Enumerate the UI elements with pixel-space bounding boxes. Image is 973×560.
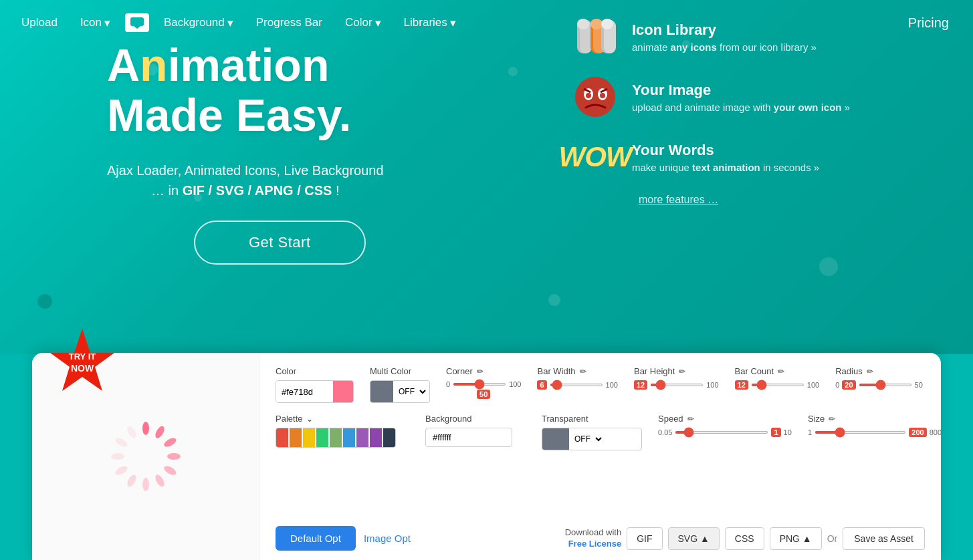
- bar-count-control: Bar Count ✏ 12 100: [735, 366, 820, 390]
- palette-color-4[interactable]: [316, 428, 328, 447]
- multi-color-select[interactable]: OFF ON: [393, 381, 428, 402]
- palette-color-6[interactable]: [343, 428, 355, 447]
- nav-upload[interactable]: Upload: [13, 11, 66, 35]
- svg-point-23: [153, 473, 166, 488]
- hero-subtitle: Ajax Loader, Animated Icons, Live Backgr…: [107, 160, 384, 200]
- hero-title: Animation Made Easy.: [107, 40, 351, 140]
- speed-slider[interactable]: [675, 431, 768, 434]
- corner-value: 50: [477, 390, 490, 399]
- css-button[interactable]: CSS: [725, 527, 764, 550]
- default-opt-button[interactable]: Default Opt: [276, 526, 356, 551]
- svg-point-13: [586, 93, 591, 98]
- feature-your-words: WOW Your Words make unique text animatio…: [572, 134, 920, 180]
- nav-progress-bar[interactable]: Progress Bar: [248, 11, 330, 35]
- chevron-down-icon: ▾: [450, 16, 456, 30]
- size-control: Size ✏ 1 200 800: [808, 414, 942, 437]
- try-badge[interactable]: TRY IT NOW: [45, 327, 119, 401]
- color-input[interactable]: [276, 381, 333, 402]
- nav-pricing[interactable]: Pricing: [897, 10, 960, 36]
- palette-color-2[interactable]: [290, 428, 302, 447]
- svg-point-26: [114, 464, 128, 477]
- your-words-icon: WOW: [572, 134, 619, 180]
- svg-point-10: [575, 77, 615, 117]
- size-edit-icon[interactable]: ✏: [829, 414, 835, 424]
- your-image-icon: [572, 74, 619, 120]
- bar-count-slider-wrapper: 12 100: [735, 380, 820, 390]
- bar-count-slider[interactable]: [751, 384, 804, 386]
- palette-color-5[interactable]: [330, 428, 342, 447]
- bar-height-slider[interactable]: [650, 384, 704, 386]
- feature-your-image-text: Your Image upload and animate image with…: [632, 82, 850, 113]
- bar-width-slider-wrapper: 6 100: [537, 380, 617, 390]
- transparent-wrapper[interactable]: OFF ON: [542, 428, 642, 450]
- multi-color-control: Multi Color OFF ON: [370, 366, 430, 403]
- multi-color-swatch: [370, 381, 393, 402]
- controls-row-1: Color Multi Color OFF ON: [276, 366, 925, 403]
- gif-button[interactable]: GIF: [627, 527, 662, 550]
- save-asset-button[interactable]: Save as Asset: [843, 527, 925, 550]
- background-label: Background: [425, 414, 526, 424]
- palette-edit-icon[interactable]: ⌄: [306, 414, 313, 424]
- palette-bar[interactable]: [276, 428, 396, 448]
- svg-point-19: [153, 424, 166, 439]
- image-opt-link[interactable]: Image Opt: [364, 533, 411, 544]
- get-start-button[interactable]: Get Start: [194, 221, 366, 265]
- radius-value: 20: [842, 380, 855, 390]
- palette-color-1[interactable]: [276, 428, 288, 447]
- nav-icon[interactable]: Icon ▾: [72, 11, 118, 35]
- color-control: Color: [276, 366, 354, 403]
- speed-value: 1: [771, 428, 780, 437]
- radius-label: Radius ✏: [835, 366, 923, 376]
- bar-count-edit-icon[interactable]: ✏: [778, 367, 784, 376]
- size-value: 200: [909, 428, 926, 437]
- bar-width-edit-icon[interactable]: ✏: [580, 367, 586, 376]
- radius-slider[interactable]: [859, 384, 912, 386]
- multi-color-wrapper[interactable]: OFF ON: [370, 380, 430, 403]
- speed-slider-wrapper: 0.05 1 10: [658, 428, 792, 437]
- nav-background[interactable]: Background ▾: [156, 11, 241, 35]
- or-label: Or: [827, 533, 838, 544]
- chevron-down-icon: ▾: [375, 16, 381, 30]
- palette-label: Palette ⌄: [276, 414, 409, 424]
- color-input-wrapper[interactable]: [276, 380, 354, 403]
- color-swatch[interactable]: [333, 381, 353, 402]
- svg-rect-0: [130, 17, 144, 26]
- size-slider-wrapper: 1 200 800: [808, 428, 942, 437]
- bar-height-slider-wrapper: 12 100: [634, 380, 719, 390]
- radius-slider-wrapper: 0 20 50: [835, 380, 923, 390]
- download-group: Download with Free License GIF SVG ▲ CSS…: [565, 527, 925, 550]
- bar-height-edit-icon[interactable]: ✏: [679, 367, 685, 376]
- palette-color-9[interactable]: [383, 428, 395, 447]
- feature-your-image: Your Image upload and animate image with…: [572, 74, 920, 120]
- nav-color[interactable]: Color ▾: [337, 11, 389, 35]
- radius-control: Radius ✏ 0 20 50: [835, 366, 923, 390]
- size-label: Size ✏: [808, 414, 942, 424]
- palette-color-8[interactable]: [370, 428, 382, 447]
- corner-control: Corner ✏ 0 100 50: [446, 366, 521, 399]
- svg-text:TRY IT: TRY IT: [69, 352, 96, 362]
- transparent-select[interactable]: OFF ON: [569, 428, 604, 450]
- palette-color-7[interactable]: [356, 428, 368, 447]
- background-input[interactable]: [425, 428, 512, 447]
- palette-control: Palette ⌄: [276, 414, 409, 448]
- png-button[interactable]: PNG ▲: [770, 527, 822, 550]
- speed-control: Speed ✏ 0.05 1 10: [658, 414, 792, 437]
- more-features-link[interactable]: more features …: [639, 194, 718, 205]
- svg-button[interactable]: SVG ▲: [668, 527, 720, 550]
- transparent-control: Transparent OFF ON: [542, 414, 642, 450]
- corner-slider-wrapper: 0 100 50: [446, 380, 521, 399]
- feature-your-words-text: Your Words make unique text animation in…: [632, 142, 819, 173]
- navbar: Upload Icon ▾ Background ▾ Progress Bar …: [0, 0, 973, 45]
- corner-slider[interactable]: [453, 383, 506, 386]
- radius-edit-icon[interactable]: ✏: [867, 367, 873, 376]
- size-slider[interactable]: [815, 431, 906, 434]
- nav-chat-icon: [125, 13, 149, 32]
- palette-color-3[interactable]: [303, 428, 315, 447]
- nav-libraries[interactable]: Libraries ▾: [396, 11, 464, 35]
- svg-point-24: [142, 478, 149, 491]
- svg-point-29: [125, 424, 138, 439]
- corner-edit-icon[interactable]: ✏: [477, 367, 483, 376]
- bar-width-slider[interactable]: [550, 384, 603, 386]
- svg-point-18: [142, 422, 149, 435]
- speed-edit-icon[interactable]: ✏: [687, 414, 694, 424]
